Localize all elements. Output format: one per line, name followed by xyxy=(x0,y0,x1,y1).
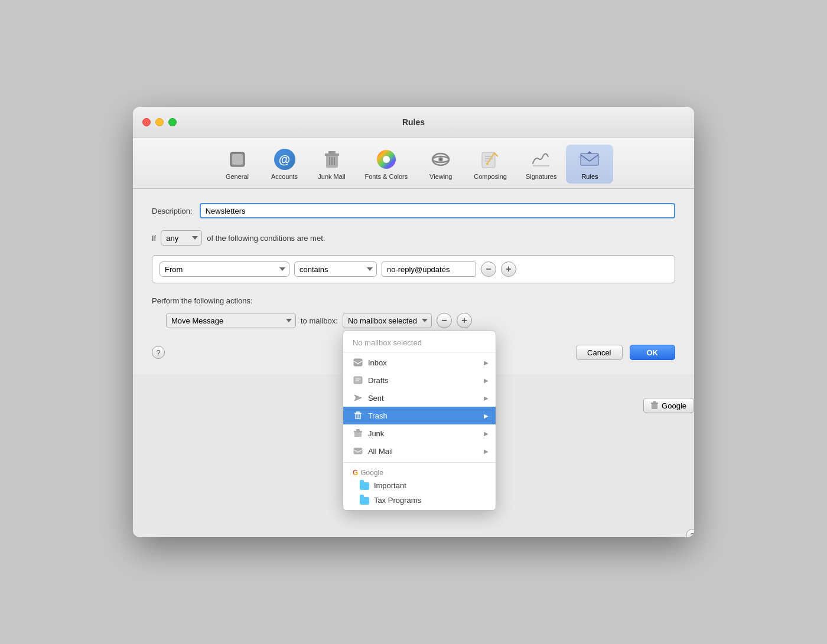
condition-text: of the following conditions are met: xyxy=(207,234,325,243)
description-row: Description: xyxy=(152,203,675,218)
dropdown-trash-label: Trash xyxy=(368,411,479,420)
window-title: Rules xyxy=(402,117,425,127)
description-input[interactable] xyxy=(200,203,675,218)
google-mailbox-button[interactable]: Google xyxy=(643,398,694,413)
toolbar-item-fonts-colors[interactable]: Fonts & Colors xyxy=(356,145,418,184)
toolbar-item-general[interactable]: General xyxy=(214,145,261,184)
bottom-help-button[interactable]: ? xyxy=(686,529,694,537)
dropdown-item-all-mail[interactable]: All Mail ▶ xyxy=(343,442,496,460)
svg-rect-42 xyxy=(651,403,658,404)
ok-label: OK xyxy=(647,348,659,357)
sent-icon xyxy=(353,393,363,403)
cancel-button[interactable]: Cancel xyxy=(576,345,622,360)
junk-mail-icon xyxy=(321,148,343,171)
junk-chevron: ▶ xyxy=(484,430,489,437)
toolbar-item-rules[interactable]: Rules xyxy=(566,145,613,184)
toolbar-label-rules: Rules xyxy=(581,173,598,180)
toolbar-label-fonts-colors: Fonts & Colors xyxy=(365,173,408,180)
help-button[interactable]: ? xyxy=(152,346,165,359)
svg-rect-26 xyxy=(354,377,362,384)
svg-rect-32 xyxy=(356,411,360,413)
svg-rect-7 xyxy=(328,151,336,153)
maximize-button[interactable] xyxy=(168,118,177,126)
dropdown-all-mail-label: All Mail xyxy=(368,447,479,456)
ok-button[interactable]: OK xyxy=(630,345,676,360)
signatures-icon xyxy=(530,148,552,171)
to-mailbox-label: to mailbox: xyxy=(301,316,338,325)
mailbox-select-button[interactable]: No mailbox selected xyxy=(343,313,432,328)
google-section-label: Google xyxy=(360,469,383,477)
remove-condition-button[interactable]: − xyxy=(481,261,496,277)
dropdown-item-inbox[interactable]: Inbox ▶ xyxy=(343,354,496,371)
dropdown-item-sent[interactable]: Sent ▶ xyxy=(343,389,496,407)
rules-icon xyxy=(578,148,601,171)
dropdown-menu: No mailbox selected Inbox ▶ xyxy=(343,331,496,511)
drafts-chevron: ▶ xyxy=(484,377,489,384)
help-icon: ? xyxy=(156,348,160,357)
svg-rect-22 xyxy=(581,153,598,165)
google-trash-icon xyxy=(651,401,658,410)
dropdown-item-trash[interactable]: Trash ▶ xyxy=(343,407,496,424)
minimize-button[interactable] xyxy=(155,118,164,126)
inbox-chevron: ▶ xyxy=(484,359,489,366)
remove-action-button[interactable]: − xyxy=(437,313,452,328)
toolbar-item-viewing[interactable]: Viewing xyxy=(417,145,464,184)
cancel-label: Cancel xyxy=(587,348,611,357)
toolbar: General @ Accounts Junk Mail xyxy=(133,138,694,189)
toolbar-item-junk-mail[interactable]: Junk Mail xyxy=(308,145,356,184)
filter-value-input[interactable] xyxy=(382,261,476,277)
dropdown-separator xyxy=(343,462,496,463)
condition-row: If any all of the following conditions a… xyxy=(152,230,675,246)
filter-field-select[interactable]: From To Subject xyxy=(159,261,289,277)
dropdown-tax-programs-label: Tax Programs xyxy=(374,496,421,505)
filter-container: From To Subject contains does not contai… xyxy=(152,255,675,283)
mailbox-selected-label: No mailbox selected xyxy=(348,316,417,325)
button-group: Cancel OK xyxy=(576,345,675,360)
svg-point-9 xyxy=(383,156,390,163)
dropdown-inbox-label: Inbox xyxy=(368,358,479,367)
fonts-colors-icon xyxy=(375,148,398,171)
google-mailbox-row: Google xyxy=(643,398,694,413)
inbox-icon xyxy=(353,357,363,368)
svg-rect-3 xyxy=(325,153,339,156)
svg-rect-37 xyxy=(354,431,362,433)
close-button[interactable] xyxy=(142,118,151,126)
svg-rect-41 xyxy=(652,403,657,409)
any-select[interactable]: any all xyxy=(161,230,202,246)
toolbar-label-junk-mail: Junk Mail xyxy=(318,173,345,180)
sent-chevron: ▶ xyxy=(484,395,489,401)
traffic-lights xyxy=(142,118,177,126)
content-area: Description: If any all of the following… xyxy=(133,189,694,374)
tax-programs-folder-icon xyxy=(360,497,369,505)
toolbar-item-accounts[interactable]: @ Accounts xyxy=(261,145,308,184)
dropdown-item-drafts[interactable]: Drafts ▶ xyxy=(343,371,496,389)
filter-operator-select[interactable]: contains does not contain equals xyxy=(294,261,377,277)
mailbox-dropdown-container: No mailbox selected No mailbox selected xyxy=(343,313,432,328)
add-action-button[interactable]: + xyxy=(457,313,472,328)
dropdown-item-junk[interactable]: Junk ▶ xyxy=(343,424,496,442)
dropdown-junk-label: Junk xyxy=(368,429,479,438)
svg-point-13 xyxy=(439,158,442,161)
toolbar-item-signatures[interactable]: Signatures xyxy=(516,145,566,184)
toolbar-label-composing: Composing xyxy=(474,173,507,180)
toolbar-label-viewing: Viewing xyxy=(429,173,452,180)
svg-rect-39 xyxy=(354,448,362,454)
actions-label: Perform the following actions: xyxy=(152,296,253,305)
google-g-icon: G xyxy=(353,469,358,477)
dropdown-item-important[interactable]: Important xyxy=(343,478,496,493)
mailbox-dropdown-menu: No mailbox selected Inbox ▶ xyxy=(343,331,496,511)
toolbar-item-composing[interactable]: Composing xyxy=(464,145,516,184)
google-section-header: G Google xyxy=(343,465,496,478)
add-condition-button[interactable]: + xyxy=(501,261,516,277)
junk-icon xyxy=(353,428,363,439)
svg-rect-31 xyxy=(354,413,362,414)
dropdown-sent-label: Sent xyxy=(368,394,479,403)
viewing-icon xyxy=(429,148,452,171)
general-icon xyxy=(226,148,249,171)
toolbar-label-signatures: Signatures xyxy=(526,173,557,180)
action-row: Move Message Copy Message Mark as Read t… xyxy=(166,313,675,328)
action-select[interactable]: Move Message Copy Message Mark as Read xyxy=(166,313,296,328)
dropdown-important-label: Important xyxy=(374,481,406,490)
svg-rect-38 xyxy=(356,429,360,431)
dropdown-item-tax-programs[interactable]: Tax Programs xyxy=(343,493,496,508)
